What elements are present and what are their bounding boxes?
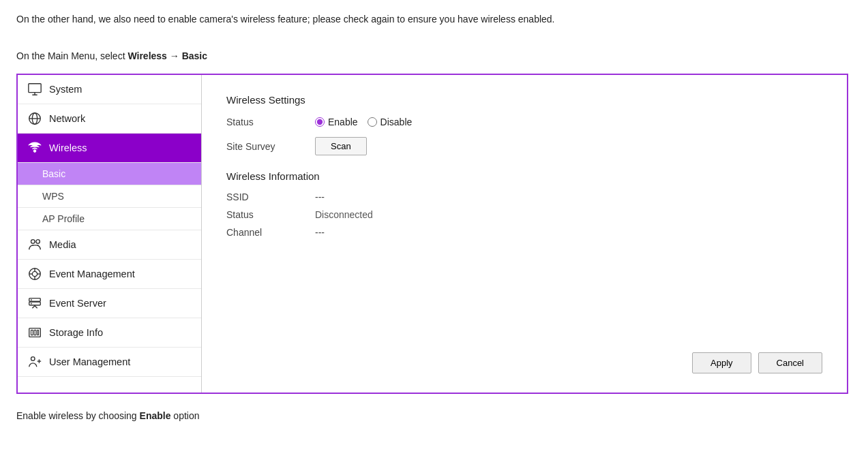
footer-text-before: Enable wireless by choosing [16, 410, 140, 421]
sidebar-ap-profile-label: AP Profile [42, 213, 85, 224]
intro-line1: On the other hand, we also need to enabl… [16, 12, 852, 27]
disable-radio[interactable] [368, 117, 377, 127]
sidebar-basic-label: Basic [42, 168, 65, 179]
instruction-bold: Wireless → Basic [128, 50, 207, 61]
event-server-icon [27, 296, 42, 311]
sidebar: System Network Wireless Basic [18, 75, 202, 393]
info-status-row: Status Disconnected [226, 209, 822, 220]
storage-icon [27, 325, 42, 340]
ui-screenshot: System Network Wireless Basic [16, 74, 848, 394]
sidebar-media-label: Media [49, 239, 76, 250]
wireless-info-title: Wireless Information [226, 170, 822, 182]
enable-radio[interactable] [315, 117, 325, 127]
sidebar-item-wireless[interactable]: Wireless [18, 134, 201, 163]
sidebar-item-event-management[interactable]: Event Management [18, 260, 201, 289]
svg-rect-22 [38, 330, 39, 335]
user-mgmt-icon [27, 354, 42, 369]
svg-rect-20 [31, 330, 33, 335]
sidebar-item-user-management[interactable]: User Management [18, 348, 201, 377]
scan-button[interactable]: Scan [315, 137, 367, 155]
status-row: Status Enable Disable [226, 117, 822, 127]
wireless-icon [27, 140, 42, 155]
footer-enable-bold: Enable [140, 410, 171, 421]
enable-radio-option[interactable]: Enable [315, 117, 358, 127]
sidebar-wps-label: WPS [42, 191, 64, 202]
wireless-settings-section: Wireless Settings Status Enable Disable [226, 94, 822, 155]
disable-label: Disable [380, 117, 413, 127]
svg-point-10 [32, 271, 37, 276]
channel-row: Channel --- [226, 227, 822, 238]
instruction-text: On the Main Menu, select Wireless → Basi… [16, 50, 852, 61]
svg-point-6 [36, 240, 40, 244]
sidebar-storage-info-label: Storage Info [49, 327, 103, 338]
monitor-icon [27, 82, 42, 97]
sidebar-system-label: System [49, 84, 82, 95]
sidebar-subitem-ap-profile[interactable]: AP Profile [18, 208, 201, 230]
footer-text: Enable wireless by choosing Enable optio… [16, 410, 852, 421]
enable-label: Enable [328, 117, 358, 127]
channel-value: --- [315, 227, 325, 238]
sidebar-item-storage-info[interactable]: Storage Info [18, 318, 201, 348]
ssid-label: SSID [226, 191, 315, 202]
footer-text-after: option [170, 410, 199, 421]
status-radio-group: Enable Disable [315, 117, 412, 127]
sidebar-event-management-label: Event Management [49, 269, 135, 279]
sidebar-item-network[interactable]: Network [18, 104, 201, 134]
wireless-settings-title: Wireless Settings [226, 94, 822, 106]
channel-label: Channel [226, 227, 315, 238]
svg-point-8 [38, 245, 39, 246]
sidebar-item-system[interactable]: System [18, 75, 201, 104]
info-status-value: Disconnected [315, 209, 373, 220]
media-icon [27, 237, 42, 252]
svg-rect-0 [29, 84, 41, 93]
info-status-label: Status [226, 209, 315, 220]
apply-button[interactable]: Apply [692, 352, 751, 373]
event-mgmt-icon [27, 266, 42, 281]
sidebar-wireless-label: Wireless [49, 142, 87, 153]
main-content: Wireless Settings Status Enable Disable [202, 75, 847, 393]
wireless-info-section: Wireless Information SSID --- Status Dis… [226, 170, 822, 238]
status-label: Status [226, 117, 315, 127]
ssid-row: SSID --- [226, 191, 822, 202]
bottom-buttons: Apply Cancel [692, 352, 822, 373]
cancel-button[interactable]: Cancel [758, 352, 822, 373]
disable-radio-option[interactable]: Disable [368, 117, 413, 127]
sidebar-user-management-label: User Management [49, 356, 130, 367]
svg-point-18 [31, 303, 32, 305]
sidebar-subitem-wps[interactable]: WPS [18, 185, 201, 208]
ssid-value: --- [315, 191, 325, 202]
svg-point-4 [33, 150, 36, 153]
svg-point-5 [31, 240, 35, 244]
svg-point-7 [32, 245, 33, 246]
sidebar-item-media[interactable]: Media [18, 230, 201, 260]
svg-point-23 [31, 357, 35, 361]
svg-rect-21 [34, 330, 36, 335]
sidebar-item-event-server[interactable]: Event Server [18, 289, 201, 318]
site-survey-row: Site Survey Scan [226, 137, 822, 155]
globe-icon [27, 111, 42, 126]
sidebar-network-label: Network [49, 113, 85, 124]
site-survey-label: Site Survey [226, 141, 315, 152]
sidebar-subitem-basic[interactable]: Basic [18, 163, 201, 185]
sidebar-event-server-label: Event Server [49, 298, 106, 309]
svg-point-17 [31, 299, 32, 301]
